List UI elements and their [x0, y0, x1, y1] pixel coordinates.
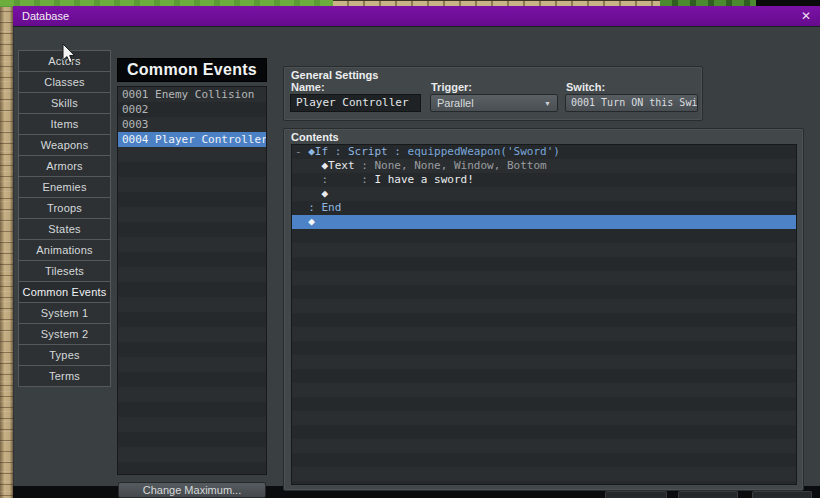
event-command-row[interactable]: : : I have a sword! — [292, 173, 796, 187]
command-text-segment: : End — [295, 201, 341, 214]
name-label: Name: — [291, 81, 325, 93]
event-command-row[interactable]: ◆ — [292, 187, 796, 201]
command-text-segment — [295, 159, 322, 172]
dialog-title: Database — [22, 10, 69, 22]
sidebar-tab-enemies[interactable]: Enemies — [18, 176, 111, 198]
switch-button[interactable]: 0001 Turn ON this Swi…… — [565, 94, 698, 112]
trigger-label: Trigger: — [431, 81, 472, 93]
event-command-row[interactable]: - ◆If : Script : equippedWeapon('Sword') — [292, 145, 796, 159]
contents-groupbox: Contents - ◆If : Script : equippedWeapon… — [283, 128, 804, 491]
sidebar-tab-weapons[interactable]: Weapons — [18, 134, 111, 156]
sidebar-tab-actors[interactable]: Actors — [18, 50, 111, 72]
event-list-item[interactable]: 0002 — [118, 102, 266, 117]
trigger-dropdown[interactable]: Parallel ▼ — [430, 94, 558, 112]
command-text-segment: I have a sword! — [374, 173, 473, 186]
sidebar-tab-system-2[interactable]: System 2 — [18, 323, 111, 345]
sidebar-tab-classes[interactable]: Classes — [18, 71, 111, 93]
command-text-segment: : None, None, Window, Bottom — [355, 159, 547, 172]
close-icon[interactable]: ✕ — [798, 8, 814, 24]
command-text-segment: ◆If : Script : — [308, 145, 407, 158]
command-text-segment: ◆Text — [322, 159, 355, 172]
contents-title: Contents — [291, 131, 339, 143]
switch-label: Switch: — [566, 81, 605, 93]
event-list-item[interactable]: 0003 — [118, 117, 266, 132]
sidebar-tab-system-1[interactable]: System 1 — [18, 302, 111, 324]
command-text-segment: ◆ — [295, 215, 315, 228]
general-settings-title: General Settings — [291, 69, 378, 81]
database-dialog: Database ✕ ActorsClassesSkillsItemsWeapo… — [13, 6, 820, 486]
event-command-list[interactable]: - ◆If : Script : equippedWeapon('Sword')… — [291, 144, 797, 485]
command-text-segment: - — [295, 145, 308, 158]
category-tab-list: ActorsClassesSkillsItemsWeaponsArmorsEne… — [18, 51, 111, 387]
dialog-body: ActorsClassesSkillsItemsWeaponsArmorsEne… — [13, 26, 820, 486]
chevron-down-icon: ▼ — [544, 96, 551, 112]
sidebar-tab-tilesets[interactable]: Tilesets — [18, 260, 111, 282]
dialog-bottom-button-3[interactable] — [752, 491, 812, 498]
sidebar-tab-animations[interactable]: Animations — [18, 239, 111, 261]
event-command-row[interactable]: ◆Text : None, None, Window, Bottom — [292, 159, 796, 173]
change-maximum-button[interactable]: Change Maximum... — [118, 482, 266, 498]
trigger-value: Parallel — [437, 97, 474, 109]
map-cliff-tiles — [0, 0, 13, 498]
event-list-item[interactable]: 0004 Player Controller — [118, 132, 266, 147]
name-field[interactable]: Player Controller — [290, 94, 421, 112]
event-command-row[interactable]: : End — [292, 201, 796, 215]
general-settings-groupbox: General Settings Name: Trigger: Switch: … — [283, 66, 703, 121]
sidebar-tab-states[interactable]: States — [18, 218, 111, 240]
dialog-bottom-button-1[interactable] — [605, 491, 667, 498]
command-text-segment: : : — [295, 173, 374, 186]
event-command-row[interactable]: ◆ — [292, 215, 796, 229]
sidebar-tab-armors[interactable]: Armors — [18, 155, 111, 177]
dialog-bottom-button-2[interactable] — [678, 491, 738, 498]
common-events-header: Common Events — [117, 58, 267, 82]
sidebar-tab-skills[interactable]: Skills — [18, 92, 111, 114]
sidebar-tab-troops[interactable]: Troops — [18, 197, 111, 219]
event-list-item[interactable]: 0001 Enemy Collision — [118, 87, 266, 102]
sidebar-tab-types[interactable]: Types — [18, 344, 111, 366]
common-event-list[interactable]: 0001 Enemy Collision000200030004 Player … — [117, 86, 267, 475]
screen: Database ✕ ActorsClassesSkillsItemsWeapo… — [0, 0, 820, 498]
sidebar-tab-common-events[interactable]: Common Events — [18, 281, 111, 303]
command-text-segment: equippedWeapon('Sword') — [408, 145, 560, 158]
sidebar-tab-items[interactable]: Items — [18, 113, 111, 135]
sidebar-tab-terms[interactable]: Terms — [18, 365, 111, 387]
dialog-titlebar: Database ✕ — [13, 6, 820, 26]
command-text-segment: ◆ — [295, 187, 328, 200]
